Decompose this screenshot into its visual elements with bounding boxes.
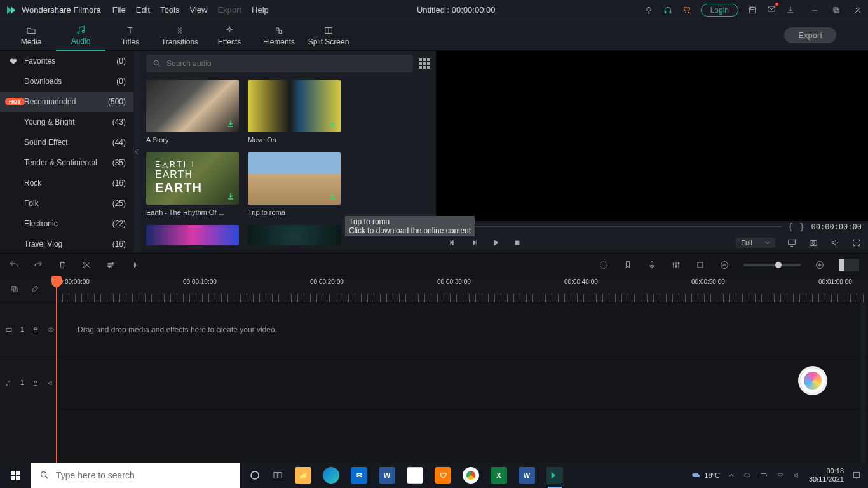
tab-transitions[interactable]: Transitions [155, 20, 205, 51]
task-view-icon[interactable] [272, 470, 283, 481]
zoom-slider[interactable] [743, 264, 801, 266]
preview-quality-select[interactable]: Full [736, 238, 775, 248]
tab-media[interactable]: Media [6, 20, 56, 51]
taskbar-word-icon[interactable]: W [379, 467, 395, 484]
thumb-item[interactable]: A Story [146, 80, 239, 144]
notifications-icon[interactable] [851, 470, 862, 480]
timeline-overview-icon[interactable] [839, 259, 859, 271]
timeline-scrollbar[interactable] [860, 302, 865, 463]
windows-search[interactable] [31, 463, 240, 488]
step-back-icon[interactable] [447, 238, 458, 248]
lock-icon[interactable] [32, 379, 39, 387]
sidebar-collapse-handle[interactable] [133, 51, 140, 253]
zoom-out-icon[interactable] [719, 260, 729, 270]
delete-icon[interactable] [57, 260, 67, 270]
audio-wave-icon[interactable] [130, 260, 141, 270]
tab-titles[interactable]: Titles [105, 20, 155, 51]
login-button[interactable]: Login [701, 4, 738, 17]
cortana-icon[interactable] [249, 470, 261, 481]
menu-edit[interactable]: Edit [136, 5, 150, 15]
mixer-icon[interactable] [671, 260, 681, 270]
clock[interactable]: 00:18 30/11/2021 [809, 467, 844, 484]
play-icon[interactable] [491, 238, 501, 248]
lock-icon[interactable] [32, 326, 39, 334]
render-icon[interactable] [599, 260, 609, 270]
export-button[interactable]: Export [784, 27, 836, 43]
taskbar-chrome-icon[interactable] [463, 467, 479, 484]
save-icon[interactable] [747, 5, 757, 15]
seek-slider[interactable] [442, 226, 782, 227]
sidebar-item-downloads[interactable]: Downloads(0) [0, 71, 133, 92]
fullscreen-icon[interactable] [851, 238, 862, 248]
sidebar-item-sound-effect[interactable]: Sound Effect(44) [0, 132, 133, 152]
link-icon[interactable] [31, 285, 39, 294]
taskbar-security-icon[interactable]: 🛡 [435, 467, 451, 484]
onedrive-icon[interactable] [743, 471, 752, 480]
download-arrow-icon[interactable] [327, 191, 337, 201]
cart-icon[interactable] [682, 5, 692, 15]
download-arrow-icon[interactable] [226, 119, 236, 129]
battery-icon[interactable] [759, 471, 768, 480]
step-forward-icon[interactable] [469, 238, 479, 248]
sidebar-item-favorites[interactable]: Favorites(0) [0, 51, 133, 71]
weather-widget[interactable]: 18°C [691, 470, 720, 480]
volume-icon[interactable] [830, 238, 840, 248]
taskbar-filmora-icon[interactable] [546, 467, 563, 484]
sidebar-item-rock[interactable]: Rock(16) [0, 173, 133, 193]
download-icon[interactable] [785, 5, 796, 15]
menu-export[interactable]: Export [217, 5, 241, 15]
playhead[interactable] [56, 276, 57, 302]
playhead-line[interactable] [56, 302, 57, 463]
menu-view[interactable]: View [189, 5, 207, 15]
track-area[interactable]: Drag and drop media and effects here to … [56, 302, 868, 463]
maximize-icon[interactable] [831, 5, 841, 15]
crop-icon[interactable] [695, 260, 705, 270]
thumb-item[interactable]: Trip to roma [248, 152, 341, 216]
zoom-in-icon[interactable] [815, 260, 825, 270]
sidebar-item-folk[interactable]: Folk(25) [0, 193, 133, 214]
tab-audio[interactable]: Audio [56, 20, 105, 51]
voiceover-icon[interactable] [647, 260, 657, 270]
video-track[interactable]: Drag and drop media and effects here to … [56, 302, 868, 356]
headphones-icon[interactable] [663, 5, 673, 15]
stop-icon[interactable] [512, 238, 522, 248]
chevron-up-icon[interactable] [728, 471, 735, 479]
taskbar-explorer-icon[interactable]: 📁 [295, 467, 311, 484]
close-icon[interactable] [853, 5, 863, 15]
thumb-item[interactable]: Move On [248, 80, 341, 144]
redo-icon[interactable] [33, 260, 43, 270]
sidebar-item-young-bright[interactable]: Young & Bright(43) [0, 112, 133, 132]
lightbulb-icon[interactable] [644, 5, 654, 15]
marker-icon[interactable] [623, 260, 633, 270]
eye-icon[interactable] [47, 326, 55, 334]
taskbar-mail-icon[interactable]: ✉ [351, 467, 367, 484]
tab-effects[interactable]: Effects [205, 20, 254, 51]
view-grid-icon[interactable] [419, 58, 430, 69]
download-arrow-icon[interactable] [327, 119, 337, 129]
speaker-icon[interactable] [47, 379, 55, 387]
minimize-icon[interactable] [810, 5, 820, 15]
sound-icon[interactable] [792, 471, 801, 480]
wondershare-badge-icon[interactable] [798, 366, 827, 395]
sidebar-item-electronic[interactable]: Electronic(22) [0, 214, 133, 234]
taskbar-excel-icon[interactable]: X [491, 467, 507, 484]
thumb-item[interactable]: E△RTI IEARTHEARTHEarth - The Rhythm Of .… [146, 152, 239, 216]
thumb-item[interactable] [248, 225, 341, 245]
download-arrow-icon[interactable] [226, 191, 236, 201]
snapshot-icon[interactable] [808, 238, 818, 248]
menu-tools[interactable]: Tools [160, 5, 179, 15]
timeline-ruler[interactable]: 00:00:00:0000:00:10:0000:00:20:0000:00:3… [56, 276, 868, 302]
taskbar-store-icon[interactable]: 🛍 [407, 467, 423, 484]
search-input[interactable] [166, 59, 407, 68]
undo-icon[interactable] [9, 260, 19, 270]
sidebar-item-travel-vlog[interactable]: Travel Vlog(16) [0, 234, 133, 253]
sidebar-item-recommended[interactable]: HOTRecommended(500) [0, 92, 133, 112]
preview-screen[interactable] [436, 51, 868, 221]
audio-track[interactable] [56, 356, 868, 409]
mark-in-icon[interactable]: { [788, 222, 793, 232]
menu-help[interactable]: Help [252, 5, 269, 15]
tab-split-screen[interactable]: Split Screen [304, 20, 353, 51]
taskbar-edge-icon[interactable] [323, 467, 339, 484]
tab-elements[interactable]: Elements [254, 20, 304, 51]
thumb-item[interactable] [146, 225, 239, 245]
